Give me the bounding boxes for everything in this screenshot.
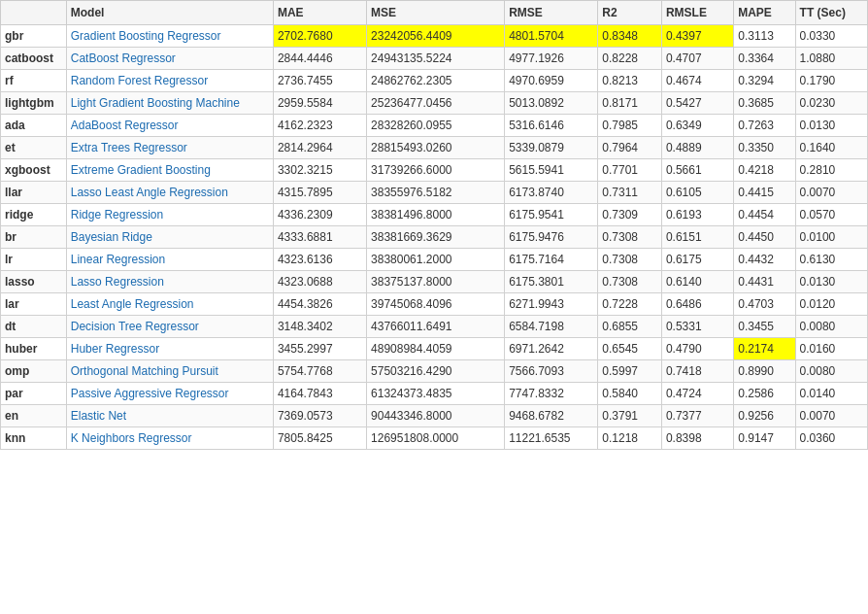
table-cell: et	[1, 137, 67, 159]
table-cell: 0.0070	[795, 405, 867, 427]
table-cell: 0.6349	[661, 115, 733, 137]
table-cell: 0.7701	[598, 159, 662, 182]
table-cell: 1.0880	[795, 48, 867, 70]
table-cell: Extra Trees Regressor	[66, 137, 273, 159]
table-cell: 4323.6136	[273, 249, 366, 271]
table-cell: 38375137.8000	[367, 271, 505, 293]
table-cell: 2814.2964	[273, 137, 366, 159]
table-cell: 0.7309	[598, 204, 662, 226]
table-cell: dt	[1, 316, 67, 338]
table-cell: 0.8228	[598, 48, 662, 70]
table-cell: 24943135.5224	[367, 48, 505, 70]
table-cell: 4333.6881	[273, 226, 366, 249]
table-cell: 0.4790	[661, 338, 733, 360]
table-cell: 0.4707	[661, 48, 733, 70]
table-row: ompOrthogonal Matching Pursuit5754.77685…	[1, 360, 868, 383]
table-cell: 0.0360	[795, 427, 867, 450]
table-cell: 0.6151	[661, 226, 733, 249]
table-row: parPassive Aggressive Regressor4164.7843…	[1, 383, 868, 405]
table-cell: 0.7228	[598, 293, 662, 316]
table-cell: 7369.0573	[273, 405, 366, 427]
table-cell: Huber Regressor	[66, 338, 273, 360]
table-cell: 0.1640	[795, 137, 867, 159]
table-row: lassoLasso Regression4323.068838375137.8…	[1, 271, 868, 293]
header-mse: MSE	[367, 1, 505, 25]
table-row: rfRandom Forest Regressor2736.7455248627…	[1, 70, 868, 92]
table-cell: 0.8398	[661, 427, 733, 450]
table-cell: Lasso Least Angle Regression	[66, 182, 273, 204]
table-row: adaAdaBoost Regressor4162.232328328260.0…	[1, 115, 868, 137]
table-cell: Light Gradient Boosting Machine	[66, 92, 273, 115]
table-cell: 0.7377	[661, 405, 733, 427]
table-cell: 0.4450	[734, 226, 795, 249]
table-cell: 2959.5584	[273, 92, 366, 115]
table-cell: knn	[1, 427, 67, 450]
table-cell: 24862762.2305	[367, 70, 505, 92]
table-cell: 0.0140	[795, 383, 867, 405]
table-cell: 4164.7843	[273, 383, 366, 405]
table-cell: par	[1, 383, 67, 405]
table-cell: ada	[1, 115, 67, 137]
table-cell: 0.0330	[795, 25, 867, 48]
table-cell: 4977.1926	[505, 48, 598, 70]
table-cell: Lasso Regression	[66, 271, 273, 293]
table-header: Model MAE MSE RMSE R2 RMSLE MAPE TT (Sec…	[1, 1, 868, 25]
table-row: etExtra Trees Regressor2814.296428815493…	[1, 137, 868, 159]
table-cell: llar	[1, 182, 67, 204]
table-cell: 2844.4446	[273, 48, 366, 70]
table-cell: Ridge Regression	[66, 204, 273, 226]
table-cell: 0.4431	[734, 271, 795, 293]
table-cell: 0.4724	[661, 383, 733, 405]
table-cell: 5339.0879	[505, 137, 598, 159]
table-cell: 57503216.4290	[367, 360, 505, 383]
table-cell: omp	[1, 360, 67, 383]
table-cell: 0.0100	[795, 226, 867, 249]
table-cell: 0.1790	[795, 70, 867, 92]
table-cell: 0.3350	[734, 137, 795, 159]
table-cell: 0.5840	[598, 383, 662, 405]
table-cell: AdaBoost Regressor	[66, 115, 273, 137]
table-cell: 0.6130	[795, 249, 867, 271]
table-cell: Elastic Net	[66, 405, 273, 427]
table-cell: 0.7308	[598, 249, 662, 271]
table-cell: 0.0130	[795, 115, 867, 137]
table-cell: 90443346.8000	[367, 405, 505, 427]
table-cell: 0.6545	[598, 338, 662, 360]
table-cell: 0.0070	[795, 182, 867, 204]
table-cell: 0.8348	[598, 25, 662, 48]
table-cell: 0.2810	[795, 159, 867, 182]
table-cell: 0.8171	[598, 92, 662, 115]
table-cell: Linear Regression	[66, 249, 273, 271]
table-row: larLeast Angle Regression4454.3826397450…	[1, 293, 868, 316]
table-cell: huber	[1, 338, 67, 360]
table-cell: 43766011.6491	[367, 316, 505, 338]
table-cell: 0.4432	[734, 249, 795, 271]
table-cell: 126951808.0000	[367, 427, 505, 450]
table-cell: lasso	[1, 271, 67, 293]
table-cell: 38355976.5182	[367, 182, 505, 204]
table-cell: Extreme Gradient Boosting	[66, 159, 273, 182]
table-cell: 0.6105	[661, 182, 733, 204]
table-cell: 4454.3826	[273, 293, 366, 316]
table-cell: 0.3364	[734, 48, 795, 70]
table-row: lightgbmLight Gradient Boosting Machine2…	[1, 92, 868, 115]
table-cell: xgboost	[1, 159, 67, 182]
table-cell: 0.7308	[598, 226, 662, 249]
table-cell: 11221.6535	[505, 427, 598, 450]
table-cell: 0.2174	[734, 338, 795, 360]
table-cell: 0.7964	[598, 137, 662, 159]
table-cell: 4970.6959	[505, 70, 598, 92]
table-cell: 0.4674	[661, 70, 733, 92]
table-cell: 6971.2642	[505, 338, 598, 360]
table-cell: 0.3294	[734, 70, 795, 92]
table-cell: 38381496.8000	[367, 204, 505, 226]
table-cell: 0.6140	[661, 271, 733, 293]
table-cell: 0.0130	[795, 271, 867, 293]
header-mae: MAE	[273, 1, 366, 25]
table-cell: rf	[1, 70, 67, 92]
header-model: Model	[66, 1, 273, 25]
table-cell: 0.4454	[734, 204, 795, 226]
table-cell: 2736.7455	[273, 70, 366, 92]
table-cell: 5316.6146	[505, 115, 598, 137]
table-row: enElastic Net7369.057390443346.80009468.…	[1, 405, 868, 427]
